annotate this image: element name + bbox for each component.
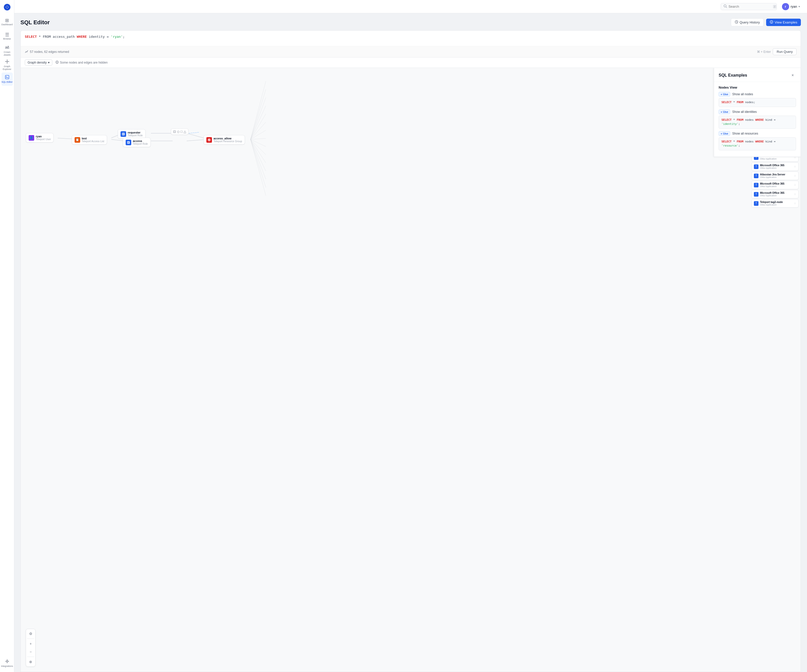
- browse-icon: ☰: [5, 32, 9, 37]
- zoom-in-button[interactable]: +: [27, 640, 34, 647]
- graph-explorer-icon: [5, 59, 10, 65]
- double-chevron-icon: «: [721, 110, 722, 113]
- svg-point-4: [8, 46, 8, 46]
- sql-editor-icon: [5, 75, 10, 80]
- list-item-13[interactable]: T Microsoft Office 365 Okta Application …: [752, 190, 799, 198]
- use-button-all-nodes[interactable]: « Use: [719, 92, 730, 96]
- nodes-count-text: 57 nodes, 62 edges returned: [30, 50, 69, 54]
- query-text: *: [37, 35, 43, 38]
- sidebar-item-integrations[interactable]: Integrations: [2, 657, 13, 670]
- node-requester[interactable]: requester Teleport Role: [118, 129, 146, 139]
- search-bar[interactable]: /: [721, 3, 777, 10]
- user-pill[interactable]: r ryan ▾: [780, 2, 802, 11]
- node-ryan[interactable]: 👤 ryan Teleport User: [26, 133, 54, 143]
- examples-header: SQL Examples ×: [714, 68, 800, 82]
- view-examples-button[interactable]: View Examples: [766, 19, 801, 26]
- star-button[interactable]: ☆: [794, 202, 796, 205]
- connector-icon3: □: [181, 130, 183, 134]
- query-history-button[interactable]: Query History: [731, 18, 764, 26]
- examples-title: SQL Examples: [719, 73, 747, 78]
- svg-line-23: [58, 138, 73, 139]
- avatar: r: [782, 3, 789, 10]
- sidebar-item-label: Graph Explorer: [2, 65, 13, 71]
- svg-line-43: [251, 139, 266, 187]
- list-item-14[interactable]: T Teleport tag2-node Okta Application ☆: [752, 199, 799, 207]
- clock-icon: [735, 20, 738, 25]
- chevron-down-icon: ▾: [48, 61, 50, 64]
- run-btn-group: ⌘ + Enter Run Query: [757, 48, 797, 55]
- svg-line-31: [251, 90, 266, 139]
- connector-icon: ⊡: [173, 130, 176, 134]
- svg-line-41: [251, 139, 266, 171]
- star-button[interactable]: ☆: [794, 174, 796, 178]
- example-item-all-nodes: « Use Show all nodes SELECT * FROM nodes…: [719, 92, 796, 107]
- svg-line-33: [251, 106, 266, 139]
- close-panel-button[interactable]: ×: [789, 72, 796, 79]
- section-label-nodes-view: Nodes View: [719, 86, 796, 90]
- graph-controls-bar: Graph density ▾ Some nodes and edges are…: [20, 58, 801, 68]
- use-button-all-identities[interactable]: « Use: [719, 110, 730, 114]
- fit-view-button[interactable]: ⊕: [27, 658, 34, 665]
- example-desc-all-identities: Show all identities: [732, 110, 757, 114]
- example-desc-all-nodes: Show all nodes: [732, 93, 753, 96]
- sidebar-item-graph-explorer[interactable]: Graph Explorer: [2, 58, 13, 71]
- graph-density-button[interactable]: Graph density ▾: [25, 60, 52, 66]
- info-circle-icon: [55, 60, 59, 65]
- list-item-10[interactable]: T Microsoft Office 365 Okta Application …: [752, 163, 799, 171]
- dashboard-icon: ⊞: [5, 18, 9, 23]
- page-header: SQL Editor Query History: [20, 18, 801, 26]
- sidebar-item-crown-jewels[interactable]: Crown Jewels: [2, 44, 13, 57]
- query-semicolon: ;: [123, 35, 125, 38]
- nodes-info: 57 nodes, 62 edges returned: [25, 50, 69, 54]
- star-button[interactable]: ☆: [794, 165, 796, 168]
- chart-icon: [25, 50, 28, 54]
- list-item-11[interactable]: T Atlassian Jira Server Okta Application…: [752, 172, 799, 180]
- page-title: SQL Editor: [20, 19, 50, 26]
- node-test[interactable]: 📋 test Teleport Access List: [72, 135, 107, 144]
- svg-point-16: [7, 660, 8, 662]
- star-button[interactable]: ☆: [794, 192, 796, 196]
- node-list-icon: T: [754, 183, 759, 187]
- node-info-access-allow: access_allow Teleport Resource Group: [214, 137, 242, 143]
- node-access[interactable]: access Teleport Role: [123, 138, 151, 147]
- info-icon: [770, 20, 773, 25]
- zoom-out-button[interactable]: −: [27, 648, 34, 655]
- user-name: ryan: [790, 5, 797, 8]
- node-list-icon: T: [754, 201, 759, 206]
- example-section-nodes: Nodes View « Use Show all nodes SELECT *…: [714, 82, 800, 157]
- graph-edges: [21, 68, 800, 672]
- topbar-right: / r ryan ▾: [721, 2, 802, 11]
- node-icon-requester: [121, 131, 126, 137]
- star-button[interactable]: ☆: [794, 183, 796, 187]
- node-info-ryan: ryan Teleport User: [36, 135, 51, 141]
- page-actions: Query History View Examples: [731, 18, 801, 26]
- sidebar-item-browse[interactable]: ☰ Browse: [2, 30, 13, 43]
- search-input[interactable]: [729, 5, 772, 8]
- code-block-all-nodes: SELECT * FROM nodes;: [719, 98, 796, 107]
- list-item-12[interactable]: T Microsoft Office 365 Okta Application …: [752, 181, 799, 189]
- zoom-divider: [27, 639, 34, 639]
- run-query-button[interactable]: Run Query: [773, 48, 797, 55]
- settings-button[interactable]: ⚙: [27, 630, 34, 637]
- node-access-allow[interactable]: access_allow Teleport Resource Group: [204, 135, 245, 144]
- sidebar-item-dashboard[interactable]: ⊞ Dashboard: [2, 15, 13, 28]
- query-value: 'ryan': [111, 35, 123, 38]
- svg-line-34: [251, 114, 266, 139]
- node-icon-ryan: 👤: [28, 135, 34, 141]
- double-chevron-icon: «: [721, 132, 722, 135]
- node-list-icon: T: [754, 174, 759, 178]
- use-button-all-resources[interactable]: « Use: [719, 131, 730, 136]
- svg-point-22: [57, 61, 57, 61]
- sidebar-item-sql-editor[interactable]: SQL Editor: [2, 73, 13, 86]
- query-text: identity =: [87, 35, 111, 38]
- query-history-label: Query History: [740, 20, 760, 24]
- examples-panel: SQL Examples × Nodes View « Use Show all…: [714, 68, 800, 157]
- graph-canvas[interactable]: 👤 ryan Teleport User 📋 test Teleport Acc…: [20, 68, 801, 672]
- connector-node[interactable]: ⊡ ◇ □ △: [171, 128, 188, 135]
- editor-content[interactable]: SELECT * FROM access_path WHERE identity…: [21, 31, 800, 46]
- node-icon-access-allow: [206, 137, 212, 143]
- code-block-all-resources: SELECT * FROM nodes WHERE kind = 'resour…: [719, 138, 796, 150]
- svg-point-2: [6, 46, 7, 47]
- node-info-test: test Teleport Access List: [82, 137, 104, 143]
- example-item-all-resources: « Use Show all resources SELECT * FROM n…: [719, 131, 796, 150]
